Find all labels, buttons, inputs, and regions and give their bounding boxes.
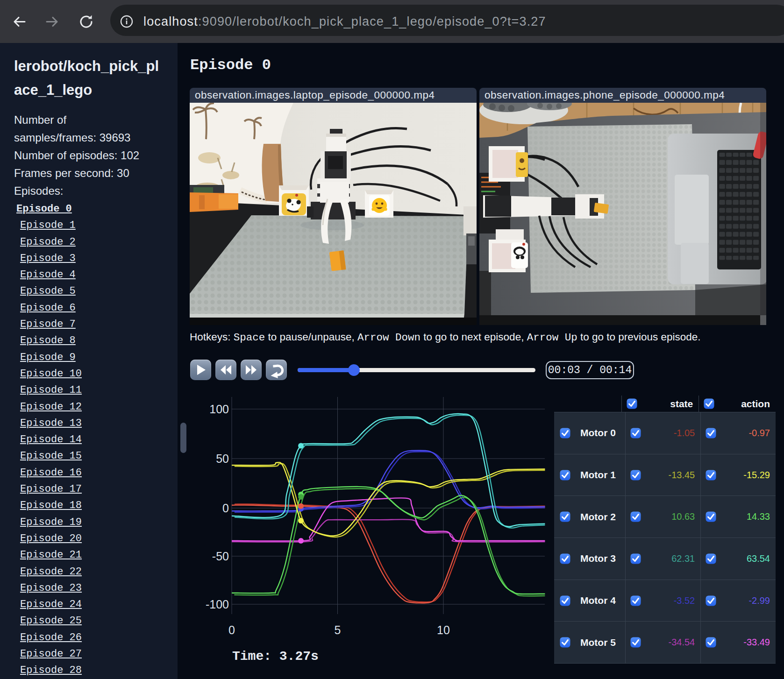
- svg-text:0: 0: [228, 623, 235, 637]
- svg-text:100: 100: [209, 403, 229, 416]
- svg-text:Time: 3.27s: Time: 3.27s: [232, 649, 319, 664]
- svg-text:-100: -100: [206, 598, 229, 611]
- svg-text:-50: -50: [212, 550, 229, 563]
- svg-text:10: 10: [437, 623, 450, 637]
- svg-text:5: 5: [335, 623, 341, 637]
- svg-text:0: 0: [222, 502, 229, 515]
- svg-text:50: 50: [216, 452, 229, 465]
